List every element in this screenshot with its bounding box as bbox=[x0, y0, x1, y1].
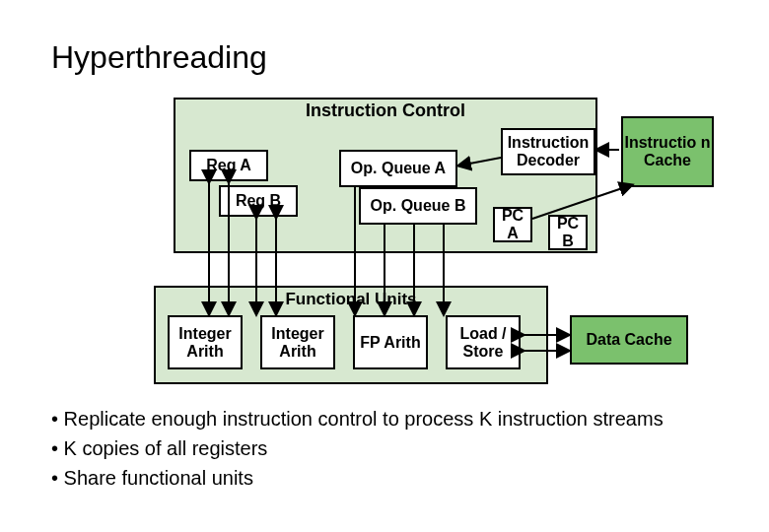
bullet-item: • K copies of all registers bbox=[51, 433, 664, 463]
pc-b-box: PC B bbox=[548, 215, 588, 250]
fu-fp-arith: FP Arith bbox=[353, 315, 428, 369]
fu-integer-arith-1: Integer Arith bbox=[168, 315, 243, 369]
pc-a-box: PC A bbox=[493, 207, 532, 242]
bullet-list: • Replicate enough instruction control t… bbox=[51, 404, 664, 493]
fu-load-store: Load / Store bbox=[446, 315, 521, 369]
fu-integer-arith-2: Integer Arith bbox=[260, 315, 335, 369]
instruction-control-title: Instruction Control bbox=[174, 100, 597, 121]
instruction-decoder-box: Instruction Decoder bbox=[501, 128, 595, 175]
slide-title: Hyperthreading bbox=[51, 39, 267, 76]
reg-a-box: Reg A bbox=[189, 150, 268, 181]
reg-b-box: Reg B bbox=[219, 185, 298, 217]
instruction-cache-box: Instructio n Cache bbox=[621, 116, 714, 187]
op-queue-a-box: Op. Queue A bbox=[339, 150, 457, 187]
functional-units-title: Functional Units bbox=[154, 290, 548, 309]
data-cache-box: Data Cache bbox=[570, 315, 688, 365]
op-queue-b-box: Op. Queue B bbox=[359, 187, 477, 225]
bullet-item: • Replicate enough instruction control t… bbox=[51, 404, 664, 433]
bullet-item: • Share functional units bbox=[51, 463, 664, 493]
